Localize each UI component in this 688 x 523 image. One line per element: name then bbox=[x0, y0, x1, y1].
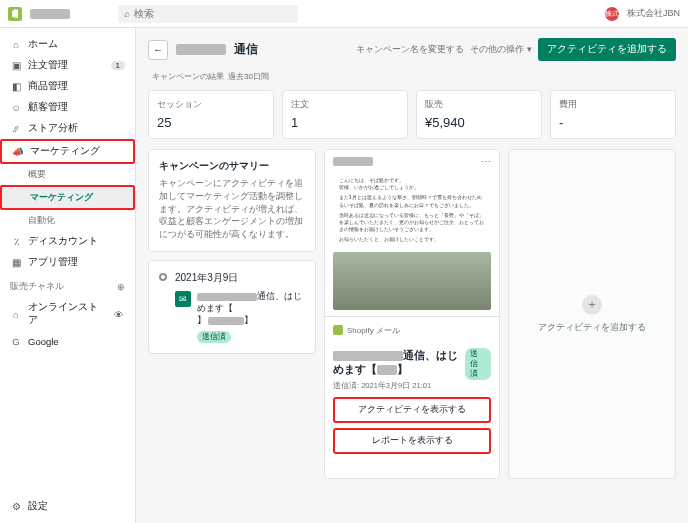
customers-icon: ☺ bbox=[10, 102, 22, 114]
nav-analytics[interactable]: ⫽ストア分析 bbox=[0, 118, 135, 139]
stat-orders[interactable]: 注文1 bbox=[282, 90, 408, 139]
activity-title: 通信、はじめます【】 bbox=[333, 348, 465, 377]
summary-card: キャンペーンのサマリー キャンペーンにアクティビティを追加してマーケティング活動… bbox=[148, 149, 316, 252]
shopify-email-icon bbox=[333, 325, 343, 335]
sent-tag: 送信済 bbox=[465, 348, 491, 380]
nav-label: 自動化 bbox=[28, 214, 55, 227]
preview-source: Shopify メール bbox=[325, 316, 499, 344]
nav-settings[interactable]: ⚙設定 bbox=[0, 496, 135, 517]
search-icon: ⌕ bbox=[124, 8, 130, 19]
rename-link[interactable]: キャンペーン名を変更する bbox=[356, 43, 464, 56]
orders-badge: 1 bbox=[111, 61, 125, 70]
nav-label: ストア分析 bbox=[28, 122, 78, 135]
nav-home[interactable]: ⌂ホーム bbox=[0, 34, 135, 55]
nav-label: Google bbox=[28, 336, 59, 347]
stats-row: セッション25 注文1 販売¥5,940 費用- bbox=[148, 90, 676, 139]
nav-label: 概要 bbox=[28, 168, 46, 181]
marketing-icon: 📣 bbox=[12, 146, 24, 158]
stat-sessions[interactable]: セッション25 bbox=[148, 90, 274, 139]
gear-icon: ⚙ bbox=[10, 501, 22, 513]
add-channel-icon[interactable]: ⊕ bbox=[117, 282, 125, 292]
envelope-icon: ✉ bbox=[175, 291, 191, 307]
nav-discounts[interactable]: ٪ディスカウント bbox=[0, 231, 135, 252]
sent-tag: 送信済 bbox=[197, 331, 231, 343]
nav-label: ホーム bbox=[28, 38, 58, 51]
search-input[interactable]: ⌕ 検索 bbox=[118, 5, 298, 23]
nav-label: 注文管理 bbox=[28, 59, 68, 72]
nav-label: 顧客管理 bbox=[28, 101, 68, 114]
preview-sender-redacted bbox=[333, 157, 373, 166]
add-activity-button[interactable]: アクティビティを追加する bbox=[538, 38, 676, 61]
products-icon: ◧ bbox=[10, 81, 22, 93]
nav-marketing-overview[interactable]: 概要 bbox=[0, 164, 135, 185]
stat-cost[interactable]: 費用- bbox=[550, 90, 676, 139]
nav-marketing[interactable]: 📣マーケティング bbox=[0, 139, 135, 164]
sent-timestamp: 送信済: 2021年3月9日 21:01 bbox=[333, 381, 491, 391]
nav-label: ディスカウント bbox=[28, 235, 98, 248]
summary-body: キャンペーンにアクティビティを追加してマーケティング活動を調整します。アクティビ… bbox=[159, 177, 305, 241]
add-activity-placeholder[interactable]: ＋ アクティビティを追加する bbox=[508, 149, 676, 479]
title-redacted bbox=[176, 44, 226, 55]
view-report-button[interactable]: レポートを表示する bbox=[333, 428, 491, 454]
nav-products[interactable]: ◧商品管理 bbox=[0, 76, 135, 97]
eye-icon[interactable]: 👁 bbox=[113, 308, 125, 320]
sidebar: ⌂ホーム ▣注文管理1 ◧商品管理 ☺顧客管理 ⫽ストア分析 📣マーケティング … bbox=[0, 28, 136, 523]
activity-preview-card: ⋯ こんにちは、そば処かです。 皆様、いかがお過ごしでしょうか。 まだ3月とは思… bbox=[324, 149, 500, 479]
apps-icon: ▦ bbox=[10, 257, 22, 269]
store-icon: ⌂ bbox=[10, 308, 22, 320]
nav-marketing-campaigns[interactable]: マーケティング bbox=[0, 185, 135, 210]
nav-customers[interactable]: ☺顧客管理 bbox=[0, 97, 135, 118]
nav-label: 設定 bbox=[28, 500, 48, 513]
other-actions[interactable]: その他の操作 ▾ bbox=[470, 43, 532, 56]
analytics-icon: ⫽ bbox=[10, 123, 22, 135]
nav-label: マーケティング bbox=[30, 145, 100, 158]
timeline-item[interactable]: ✉ 通信、はじめます【 】】 送信済 bbox=[175, 291, 305, 343]
nav-marketing-automation[interactable]: 自動化 bbox=[0, 210, 135, 231]
nav-orders[interactable]: ▣注文管理1 bbox=[0, 55, 135, 76]
stat-sales[interactable]: 販売¥5,940 bbox=[416, 90, 542, 139]
timeline-card: 2021年3月9日 ✉ 通信、はじめます【 】】 送信済 bbox=[148, 260, 316, 354]
orders-icon: ▣ bbox=[10, 60, 22, 72]
nav-label: アプリ管理 bbox=[28, 256, 78, 269]
nav-apps[interactable]: ▦アプリ管理 bbox=[0, 252, 135, 273]
more-icon[interactable]: ⋯ bbox=[481, 156, 491, 167]
email-preview-image bbox=[333, 252, 491, 310]
google-icon: G bbox=[10, 335, 22, 347]
nav-label: オンラインストア bbox=[28, 301, 107, 327]
search-placeholder: 検索 bbox=[134, 7, 154, 21]
home-icon: ⌂ bbox=[10, 39, 22, 51]
shopify-logo bbox=[8, 7, 22, 21]
company-name: 株式会社JBN bbox=[627, 7, 680, 20]
discount-icon: ٪ bbox=[10, 236, 22, 248]
nav-label: 商品管理 bbox=[28, 80, 68, 93]
summary-title: キャンペーンのサマリー bbox=[159, 160, 305, 173]
add-activity-label: アクティビティを追加する bbox=[538, 321, 646, 334]
nav-online-store[interactable]: ⌂オンラインストア👁 bbox=[0, 297, 135, 331]
channels-header: 販売チャネル⊕ bbox=[0, 273, 135, 297]
store-name-redacted bbox=[30, 9, 70, 19]
avatar[interactable]: 株式 bbox=[605, 7, 619, 21]
timeline-dot-icon bbox=[159, 273, 167, 281]
results-heading: キャンペーンの結果過去30日間 bbox=[148, 69, 676, 82]
view-activity-button[interactable]: アクティビティを表示する bbox=[333, 397, 491, 423]
email-preview-body: こんにちは、そば処かです。 皆様、いかがお過ごしでしょうか。 まだ3月とは思える… bbox=[325, 173, 499, 252]
back-button[interactable]: ← bbox=[148, 40, 168, 60]
timeline-date: 2021年3月9日 bbox=[175, 271, 305, 285]
plus-icon: ＋ bbox=[582, 295, 602, 315]
timeline-text: 通信、はじめます【 】】 送信済 bbox=[197, 291, 305, 343]
page-title: 通信 bbox=[234, 41, 258, 58]
nav-label: マーケティング bbox=[30, 191, 93, 204]
nav-google[interactable]: GGoogle bbox=[0, 331, 135, 351]
